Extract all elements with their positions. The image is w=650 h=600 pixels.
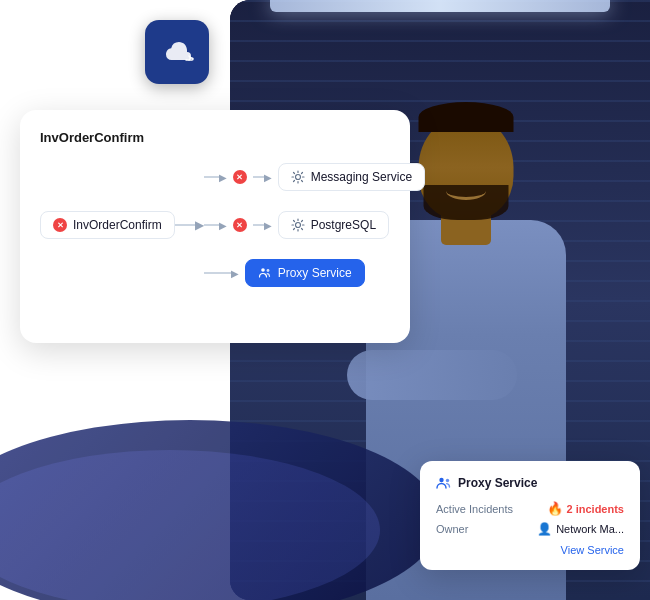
person-icon: 👤 <box>537 522 552 536</box>
detail-card: Proxy Service Active Incidents 🔥 2 incid… <box>420 461 640 570</box>
proxy-service-node[interactable]: Proxy Service <box>245 259 365 287</box>
branch-connector-3: ▶ <box>204 268 239 279</box>
fire-icon: 🔥 <box>547 501 563 516</box>
gear-icon-postgres <box>291 218 305 232</box>
cloud-icon-box <box>145 20 209 84</box>
owner-label: Owner <box>436 523 468 535</box>
messaging-service-node[interactable]: Messaging Service <box>278 163 425 191</box>
diagram-content: InvOrderConfirm ▶ ▶ <box>40 163 390 323</box>
main-node-label: InvOrderConfirm <box>73 218 162 232</box>
error-dot-messaging <box>233 170 247 184</box>
detail-card-header: Proxy Service <box>436 475 624 491</box>
gear-icon-messaging <box>291 170 305 184</box>
postgres-node-label: PostgreSQL <box>311 218 376 232</box>
svg-point-3 <box>266 269 269 272</box>
branch-connector-2: ▶ <box>204 220 227 231</box>
incidents-value: 🔥 2 incidents <box>547 501 624 516</box>
incidents-label: Active Incidents <box>436 503 513 515</box>
postgres-service-node[interactable]: PostgreSQL <box>278 211 389 239</box>
branches-container: ▶ ▶ Messaging Service <box>204 163 425 287</box>
error-dot-postgres <box>233 218 247 232</box>
error-indicator-main <box>53 218 67 232</box>
diagram-card-title: InvOrderConfirm <box>40 130 390 145</box>
detail-row-owner: Owner 👤 Network Ma... <box>436 522 624 536</box>
svg-point-0 <box>295 175 300 180</box>
detail-card-icon <box>436 475 452 491</box>
branch-arrow-1: ▶ <box>253 172 272 183</box>
diagram-card: InvOrderConfirm InvOrderConfirm ▶ <box>20 110 410 343</box>
cloud-upload-icon <box>159 38 195 66</box>
owner-value: 👤 Network Ma... <box>537 522 624 536</box>
branch-messaging: ▶ ▶ Messaging Service <box>204 163 425 191</box>
svg-point-2 <box>261 268 265 272</box>
svg-point-4 <box>439 478 443 482</box>
proxy-node-label: Proxy Service <box>278 266 352 280</box>
branch-arrow-2: ▶ <box>253 220 272 231</box>
view-service-link[interactable]: View Service <box>436 544 624 556</box>
svg-point-5 <box>446 479 449 482</box>
main-node-container: InvOrderConfirm <box>40 211 175 239</box>
people-icon-proxy <box>258 266 272 280</box>
detail-card-title-text: Proxy Service <box>458 476 537 490</box>
branch-postgres: ▶ ▶ PostgreSQL <box>204 211 425 239</box>
main-arrow: ▶ <box>175 218 204 232</box>
detail-row-incidents: Active Incidents 🔥 2 incidents <box>436 501 624 516</box>
main-service-node[interactable]: InvOrderConfirm <box>40 211 175 239</box>
branch-connector-1: ▶ <box>204 172 227 183</box>
svg-point-1 <box>295 223 300 228</box>
messaging-node-label: Messaging Service <box>311 170 412 184</box>
branch-proxy: ▶ Proxy Service <box>204 259 425 287</box>
